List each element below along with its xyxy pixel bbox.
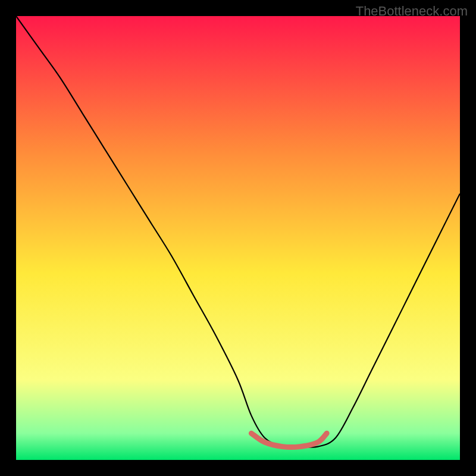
gradient-background: [16, 16, 460, 460]
chart-area: [16, 16, 460, 460]
watermark-text: TheBottleneck.com: [356, 4, 468, 19]
chart-svg: [16, 16, 460, 460]
